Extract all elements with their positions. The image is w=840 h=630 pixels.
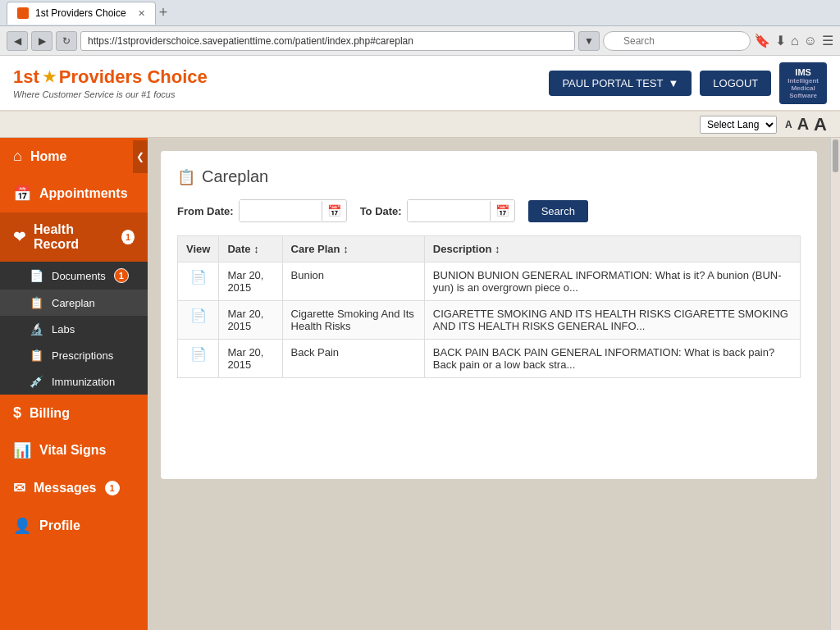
sidebar-item-immunization[interactable]: 💉 Immunization <box>0 368 148 395</box>
sidebar-item-careplan[interactable]: 📋 Careplan <box>0 290 148 316</box>
immunization-icon: 💉 <box>30 375 43 388</box>
sidebar-label-health-record: Health Record <box>34 222 113 252</box>
menu-icon[interactable]: ☰ <box>822 33 833 48</box>
user-dropdown-icon: ▼ <box>668 77 678 89</box>
sidebar-item-labs[interactable]: 🔬 Labs <box>0 316 148 342</box>
to-date-group: To Date: 📅 <box>360 199 515 222</box>
logo-area: 1st ★ Providers Choice Where Customer Se… <box>13 66 208 99</box>
messages-badge: 1 <box>105 481 120 495</box>
logo-1st: 1st <box>13 66 39 88</box>
table-row: 📄 Mar 20, 2015 Cigarette Smoking And Its… <box>178 301 801 340</box>
browser-actions: 🔖 ⬇ ⌂ ☺ ☰ <box>754 33 833 48</box>
labs-icon: 🔬 <box>30 322 43 336</box>
ims-label: IMS <box>795 67 811 77</box>
url-bar[interactable] <box>80 31 575 51</box>
row1-description: BUNION BUNION GENERAL INFORMATION: What … <box>424 262 800 301</box>
table-header-row: View Date ↕ Care Plan ↕ Description ↕ <box>178 236 801 262</box>
view-icon-1[interactable]: 📄 <box>190 270 207 284</box>
health-record-icon: ❤ <box>13 228 25 246</box>
row3-careplan: Back Pain <box>282 340 424 378</box>
download-icon[interactable]: ⬇ <box>775 33 786 48</box>
browser-search-input[interactable] <box>603 31 751 51</box>
from-date-input[interactable] <box>240 200 322 221</box>
health-record-badge: 1 <box>121 230 135 244</box>
col-view: View <box>178 236 219 262</box>
table-row: 📄 Mar 20, 2015 Back Pain BACK PAIN BACK … <box>178 340 801 378</box>
bookmark-icon[interactable]: 🔖 <box>754 33 770 48</box>
search-btn[interactable]: Search <box>528 200 588 222</box>
col-careplan[interactable]: Care Plan ↕ <box>282 236 424 262</box>
logo-tagline: Where Customer Service is our #1 focus <box>13 89 208 99</box>
sidebar-item-prescriptions[interactable]: 📋 Prescriptions <box>0 342 148 368</box>
home-browser-icon[interactable]: ⌂ <box>791 34 799 48</box>
browser-titlebar: 1st Providers Choice ✕ + <box>0 0 840 26</box>
sidebar-label-immunization: Immunization <box>52 376 115 388</box>
tab-close-btn[interactable]: ✕ <box>138 8 145 19</box>
to-date-input[interactable] <box>408 200 490 221</box>
new-tab-btn[interactable]: + <box>159 4 168 21</box>
row3-view[interactable]: 📄 <box>178 340 219 378</box>
browser-controls: ◀ ▶ ↻ ▼ 🔍 🔖 ⬇ ⌂ ☺ ☰ <box>0 26 840 56</box>
col-description[interactable]: Description ↕ <box>424 236 800 262</box>
sidebar-item-vital-signs[interactable]: 📊 Vital Signs <box>0 431 148 469</box>
app-header: 1st ★ Providers Choice Where Customer Se… <box>0 56 840 112</box>
careplan-card: 📋 Careplan From Date: 📅 To Date: 📅 <box>161 151 817 479</box>
sidebar-item-health-record[interactable]: ❤ Health Record 1 <box>0 212 148 262</box>
header-right: PAUL PORTAL TEST ▼ LOGOUT IMS Intelligen… <box>549 62 827 104</box>
browser-search-wrap: 🔍 <box>603 31 751 51</box>
appointments-icon: 📅 <box>13 185 31 203</box>
scrollbar-thumb[interactable] <box>833 139 838 172</box>
zoom-out-btn[interactable]: A <box>797 115 809 134</box>
sidebar-label-prescriptions: Prescriptions <box>52 349 113 362</box>
col-date[interactable]: Date ↕ <box>219 236 282 262</box>
date-filter: From Date: 📅 To Date: 📅 Search <box>177 199 801 222</box>
logo-brand: Providers Choice <box>59 66 208 88</box>
row2-description: CIGARETTE SMOKING AND ITS HEALTH RISKS C… <box>424 301 800 340</box>
dropdown-btn[interactable]: ▼ <box>578 31 600 51</box>
browser-tab[interactable]: 1st Providers Choice ✕ <box>7 2 156 25</box>
sidebar-item-home[interactable]: ⌂ Home ❮ <box>0 138 148 175</box>
table-row: 📄 Mar 20, 2015 Bunion BUNION BUNION GENE… <box>178 262 801 301</box>
view-icon-3[interactable]: 📄 <box>190 347 207 361</box>
sidebar-label-billing: Billing <box>30 406 70 421</box>
ims-logo: IMS Intelligent Medical Software <box>779 62 827 104</box>
sidebar-item-messages[interactable]: ✉ Messages 1 <box>0 469 148 507</box>
font-small-btn[interactable]: A <box>785 119 792 130</box>
view-icon-2[interactable]: 📄 <box>190 308 207 322</box>
from-date-calendar-icon[interactable]: 📅 <box>322 201 346 221</box>
back-btn[interactable]: ◀ <box>7 31 28 51</box>
table-body: 📄 Mar 20, 2015 Bunion BUNION BUNION GENE… <box>178 262 801 378</box>
to-date-label: To Date: <box>360 205 402 217</box>
sidebar-label-profile: Profile <box>39 518 80 533</box>
sidebar-label-labs: Labs <box>52 323 75 336</box>
messages-icon: ✉ <box>13 479 25 497</box>
row1-view[interactable]: 📄 <box>178 262 219 301</box>
ims-sub: Intelligent <box>788 77 819 84</box>
to-date-input-wrap: 📅 <box>407 199 515 222</box>
font-controls: A A A <box>785 114 827 135</box>
sidebar-item-documents[interactable]: 📄 Documents 1 <box>0 262 148 290</box>
scrollbar[interactable] <box>830 138 840 630</box>
row3-description: BACK PAIN BACK PAIN GENERAL INFORMATION:… <box>424 340 800 378</box>
row2-view[interactable]: 📄 <box>178 301 219 340</box>
logout-btn[interactable]: LOGOUT <box>700 71 771 96</box>
sidebar-label-vital-signs: Vital Signs <box>39 443 107 458</box>
language-select[interactable]: Select Lang <box>700 116 777 134</box>
sidebar-item-profile[interactable]: 👤 Profile <box>0 507 148 545</box>
to-date-calendar-icon[interactable]: 📅 <box>490 201 514 221</box>
sidebar: ⌂ Home ❮ 📅 Appointments ❤ Health Record … <box>0 138 148 630</box>
ims-sub2: Medical <box>791 84 815 92</box>
zoom-in-btn[interactable]: A <box>814 114 827 135</box>
refresh-btn[interactable]: ↻ <box>56 31 77 51</box>
user-menu-btn[interactable]: PAUL PORTAL TEST ▼ <box>549 71 692 96</box>
forward-btn[interactable]: ▶ <box>31 31 52 51</box>
sidebar-item-appointments[interactable]: 📅 Appointments <box>0 175 148 212</box>
sidebar-label-careplan: Careplan <box>52 297 95 309</box>
sidebar-item-billing[interactable]: $ Billing <box>0 395 148 431</box>
user-browser-icon[interactable]: ☺ <box>804 34 817 48</box>
main-layout: ⌂ Home ❮ 📅 Appointments ❤ Health Record … <box>0 138 840 630</box>
careplan-table: View Date ↕ Care Plan ↕ Description ↕ <box>177 235 801 378</box>
sidebar-collapse-btn[interactable]: ❮ <box>133 140 148 173</box>
sidebar-label-appointments: Appointments <box>39 186 128 201</box>
tab-favicon <box>17 7 29 19</box>
